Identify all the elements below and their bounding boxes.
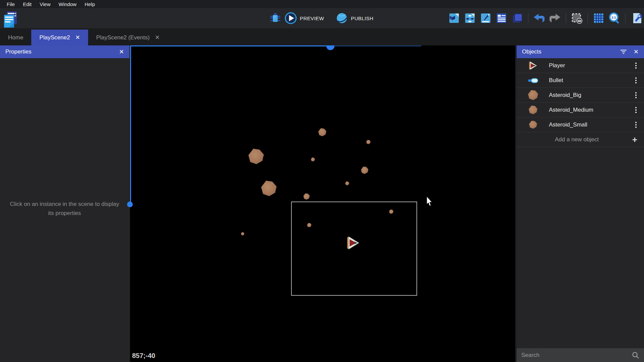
project-manager-button[interactable]	[3, 11, 18, 27]
properties-title: Properties	[5, 48, 31, 55]
search-input[interactable]	[521, 352, 632, 359]
object-row-asteroid-small[interactable]: Asteroid_Small	[517, 117, 644, 132]
object-row-bullet[interactable]: Bullet	[517, 73, 644, 88]
tab-close-icon[interactable]: ✕	[75, 35, 80, 40]
search-icon[interactable]	[632, 352, 639, 359]
asteroid-instance[interactable]	[261, 181, 277, 196]
gdevelop-window: File Edit View Window Help	[0, 0, 644, 362]
add-new-object-label: Add a new object	[521, 136, 632, 143]
svg-text:1:1: 1:1	[611, 16, 616, 19]
cursor-coordinates: 857;-40	[132, 352, 155, 360]
asteroid-instance[interactable]	[318, 128, 326, 136]
debugger-button[interactable]	[269, 12, 282, 25]
add-new-object-button[interactable]: Add a new object +	[517, 132, 644, 147]
mouse-cursor-icon	[426, 196, 433, 207]
asteroid-instance[interactable]	[241, 232, 244, 236]
resize-handle-top[interactable]	[326, 45, 334, 50]
menu-help[interactable]: Help	[81, 1, 99, 8]
close-icon[interactable]: ✕	[634, 48, 639, 56]
clear-selection-button[interactable]	[570, 12, 583, 25]
open-scene-button[interactable]	[448, 12, 460, 25]
tab-playscene2-events[interactable]: PlayScene2 (Events) ✕	[88, 30, 168, 45]
objects-search-bar	[517, 348, 644, 362]
menu-edit[interactable]: Edit	[19, 1, 36, 8]
tab-home[interactable]: Home	[0, 30, 31, 45]
layers-icon	[512, 12, 523, 24]
close-icon[interactable]: ✕	[119, 48, 124, 56]
undo-button[interactable]	[533, 12, 546, 25]
player-ship-icon	[527, 60, 539, 71]
kebab-menu-icon[interactable]	[633, 76, 639, 85]
scene-window-border-top	[130, 45, 332, 46]
object-row-player[interactable]: Player	[517, 58, 644, 73]
tab-home-label: Home	[8, 34, 23, 41]
kebab-menu-icon[interactable]	[633, 91, 639, 100]
toolbar-divider	[625, 13, 626, 23]
project-manager-icon	[3, 11, 18, 28]
properties-empty-hint: Click on an instance in the scene to dis…	[8, 200, 121, 218]
asteroid-instance[interactable]	[304, 193, 310, 200]
objects-title: Objects	[522, 48, 541, 55]
object-row-asteroid-medium[interactable]: Asteroid_Medium	[517, 103, 644, 117]
scene-settings-button[interactable]	[630, 12, 643, 25]
object-label: Asteroid_Big	[549, 92, 581, 99]
asteroid-icon	[527, 89, 539, 101]
tab-playscene2-events-label: PlayScene2 (Events)	[96, 34, 150, 41]
zoom-original-button[interactable]: 1:1	[608, 12, 621, 25]
asteroid-instance[interactable]	[248, 149, 264, 164]
toolbar-divider	[566, 13, 566, 23]
grid-icon	[593, 12, 604, 24]
layers-button[interactable]	[511, 12, 524, 25]
player-ship-instance[interactable]	[347, 236, 359, 250]
bullet-icon	[527, 75, 539, 86]
preview-play-icon	[285, 12, 297, 24]
instances-list-button[interactable]	[495, 12, 508, 25]
object-label: Player	[549, 62, 565, 69]
wrench-document-icon	[631, 12, 642, 24]
menu-view[interactable]: View	[36, 1, 54, 8]
scene-window-border-top-faded	[332, 45, 421, 46]
publish-globe-icon	[336, 12, 348, 24]
kebab-menu-icon[interactable]	[633, 120, 639, 129]
filter-icon[interactable]	[620, 49, 627, 55]
scene-cube-icon	[448, 12, 460, 24]
list-panel-icon	[496, 12, 507, 24]
debugger-bug-icon	[270, 12, 281, 24]
asteroid-instance[interactable]	[345, 181, 349, 185]
publish-label[interactable]: PUBLISH	[351, 15, 373, 21]
preview-button[interactable]	[284, 12, 297, 25]
objects-list-button[interactable]	[464, 12, 476, 25]
undo-arrow-icon	[533, 13, 545, 23]
redo-button[interactable]	[549, 12, 561, 25]
scene-canvas[interactable]: 857;-40	[130, 45, 515, 362]
objects-panel: Objects ✕ Player	[517, 45, 644, 362]
menu-bar: File Edit View Window Help	[0, 0, 644, 8]
kebab-menu-icon[interactable]	[633, 106, 639, 114]
asteroid-instance[interactable]	[311, 157, 315, 161]
tab-playscene2-label: PlayScene2	[39, 34, 70, 41]
publish-button[interactable]	[335, 12, 348, 25]
tab-close-icon[interactable]: ✕	[155, 35, 160, 40]
properties-panel: Properties ✕ Click on an instance in the…	[0, 45, 129, 362]
resize-handle-left[interactable]	[127, 202, 133, 207]
asteroid-instance[interactable]	[361, 167, 368, 174]
object-row-asteroid-big[interactable]: Asteroid_Big	[517, 88, 644, 103]
zoom-1-1-icon: 1:1	[608, 12, 620, 24]
toggle-grid-button[interactable]	[592, 12, 605, 25]
menu-window[interactable]: Window	[54, 1, 80, 8]
toolbar-right: 1:1	[448, 8, 643, 28]
selection-mask-icon	[571, 12, 582, 24]
menu-file[interactable]: File	[3, 1, 19, 8]
object-label: Asteroid_Medium	[549, 107, 593, 113]
toolbar-divider	[588, 13, 588, 23]
asteroid-instance[interactable]	[366, 140, 371, 144]
kebab-menu-icon[interactable]	[633, 61, 639, 70]
plus-icon: +	[632, 135, 639, 144]
properties-header: Properties ✕	[0, 45, 129, 58]
tab-playscene2[interactable]: PlayScene2 ✕	[31, 30, 88, 45]
toolbar-divider	[528, 13, 528, 23]
objects-cubes-icon	[464, 12, 476, 24]
preview-label[interactable]: PREVIEW	[300, 15, 324, 21]
scene-window-border-left	[130, 45, 131, 204]
edit-properties-button[interactable]	[479, 12, 492, 25]
